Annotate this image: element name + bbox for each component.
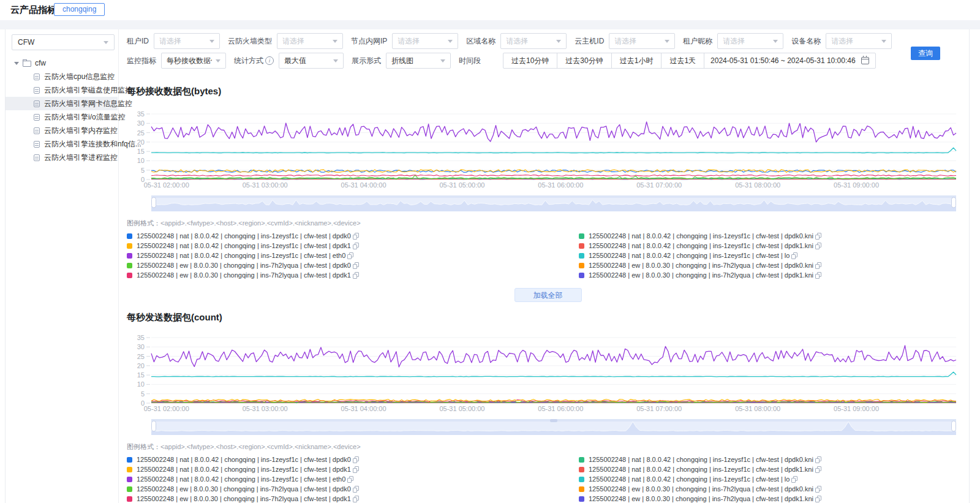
chevron-down-icon xyxy=(104,41,108,44)
copy-icon[interactable] xyxy=(815,466,821,473)
svg-text:30: 30 xyxy=(137,119,145,127)
series-swatch xyxy=(579,253,584,259)
tree-item-memory-monitor[interactable]: 云防火墙引擎内存监控 xyxy=(6,124,118,137)
legend-item[interactable]: 1255002248 | ew | 8.0.0.30 | chongqing |… xyxy=(127,494,579,503)
legend-item[interactable]: 1255002248 | nat | 8.0.0.42 | chongqing … xyxy=(127,241,579,251)
series-swatch xyxy=(579,457,584,463)
legend-item[interactable]: 1255002248 | nat | 8.0.0.42 | chongqing … xyxy=(127,455,579,464)
svg-text:05-31 02:00:00: 05-31 02:00:00 xyxy=(144,405,189,412)
tenant-nickname-select[interactable]: 请选择 xyxy=(717,33,783,49)
tenant-id-select[interactable]: 请选择 xyxy=(154,33,220,49)
legend-item[interactable]: 1255002248 | ew | 8.0.0.30 | chongqing |… xyxy=(127,260,579,270)
copy-icon[interactable] xyxy=(353,466,359,473)
legend-item[interactable]: 1255002248 | nat | 8.0.0.42 | chongqing … xyxy=(579,474,821,484)
copy-icon[interactable] xyxy=(353,243,359,249)
received-packets-line-chart[interactable]: 0510152025303505-31 02:00:0005-31 03:00:… xyxy=(127,107,960,189)
copy-icon[interactable] xyxy=(353,456,359,463)
legend-item[interactable]: 1255002248 | ew | 8.0.0.30 | chongqing |… xyxy=(579,270,821,280)
copy-icon[interactable] xyxy=(791,476,797,483)
copy-icon[interactable] xyxy=(353,486,359,493)
load-all-button[interactable]: 加载全部 xyxy=(514,288,582,302)
series-swatch xyxy=(579,496,584,502)
copy-icon[interactable] xyxy=(815,486,821,493)
svg-text:05-31 04:00:00: 05-31 04:00:00 xyxy=(341,405,386,412)
svg-text:05-31 06:00:00: 05-31 06:00:00 xyxy=(538,181,583,189)
legend-item[interactable]: 1255002248 | nat | 8.0.0.42 | chongqing … xyxy=(579,251,821,260)
cvm-id-select[interactable]: 请选择 xyxy=(609,33,675,49)
legend-item[interactable]: 1255002248 | nat | 8.0.0.42 | chongqing … xyxy=(579,241,821,251)
stat-method-select[interactable]: 最大值 xyxy=(279,53,344,69)
copy-icon[interactable] xyxy=(347,252,353,259)
query-button[interactable]: 查询 xyxy=(911,47,940,60)
legend-item[interactable]: 1255002248 | ew | 8.0.0.30 | chongqing |… xyxy=(579,484,821,494)
tree-item-nic-monitor[interactable]: 云防火墙引擎网卡信息监控 xyxy=(6,97,118,110)
time-button-last-1h[interactable]: 过去1小时 xyxy=(612,53,662,68)
chevron-down-icon xyxy=(333,40,337,43)
legend-item[interactable]: 1255002248 | nat | 8.0.0.42 | chongqing … xyxy=(579,455,821,464)
filter-label: 监控指标 xyxy=(127,56,156,66)
series-swatch xyxy=(127,243,132,249)
copy-icon[interactable] xyxy=(353,496,359,502)
region-name-select[interactable]: 请选择 xyxy=(500,33,567,49)
copy-icon[interactable] xyxy=(815,272,821,279)
product-select[interactable]: CFW xyxy=(12,34,115,50)
select-placeholder: 请选择 xyxy=(614,36,636,47)
legend-item[interactable]: 1255002248 | nat | 8.0.0.42 | chongqing … xyxy=(579,231,821,241)
copy-icon[interactable] xyxy=(815,233,821,240)
filter-label: 区域名称 xyxy=(466,36,496,47)
node-ip-select[interactable]: 请选择 xyxy=(392,33,458,49)
tree-item-conn-nfq-monitor[interactable]: 云防火墙引擎连接数和nfq信... xyxy=(6,137,118,151)
display-form-select[interactable]: 折线图 xyxy=(386,53,451,69)
tree-item-process-monitor[interactable]: 云防火墙引擎进程监控 xyxy=(6,151,118,164)
legend-label: 1255002248 | nat | 8.0.0.42 | chongqing … xyxy=(137,466,351,473)
svg-text:05-31 08:00:00: 05-31 08:00:00 xyxy=(735,405,780,412)
svg-text:25: 25 xyxy=(137,353,145,360)
time-button-last-10min[interactable]: 过去10分钟 xyxy=(503,53,557,68)
time-button-last-30min[interactable]: 过去30分钟 xyxy=(557,53,611,68)
copy-icon[interactable] xyxy=(353,233,359,240)
sent-chart-brush[interactable] xyxy=(151,418,956,435)
legend-item[interactable]: 1255002248 | nat | 8.0.0.42 | chongqing … xyxy=(127,474,579,484)
info-icon[interactable] xyxy=(265,56,274,65)
fw-type-select[interactable]: 请选择 xyxy=(277,33,343,49)
copy-icon[interactable] xyxy=(815,496,821,502)
tree-item-io-monitor[interactable]: 云防火墙引擎i/o流量监控 xyxy=(6,110,118,124)
chevron-down-icon xyxy=(556,40,561,43)
copy-icon[interactable] xyxy=(815,243,821,249)
legend-label: 1255002248 | ew | 8.0.0.30 | chongqing |… xyxy=(589,271,813,279)
tree-item-disk-monitor[interactable]: 云防火墙引擎磁盘使用监控 xyxy=(6,83,118,97)
product-select-value: CFW xyxy=(18,38,34,47)
chevron-down-icon xyxy=(440,59,445,62)
copy-icon[interactable] xyxy=(353,272,359,279)
legend-column-left: 1255002248 | nat | 8.0.0.42 | chongqing … xyxy=(127,455,579,503)
metric-select[interactable]: 每秒接收数据包, 每秒: xyxy=(161,53,226,69)
series-swatch xyxy=(127,496,132,502)
copy-icon[interactable] xyxy=(791,252,797,259)
sent-packets-line-chart[interactable]: 0510152025303505-31 02:00:0005-31 03:00:… xyxy=(127,331,960,413)
select-placeholder: 请选择 xyxy=(282,36,304,47)
legend-item[interactable]: 1255002248 | ew | 8.0.0.30 | chongqing |… xyxy=(579,494,821,503)
legend-item[interactable]: 1255002248 | nat | 8.0.0.42 | chongqing … xyxy=(127,231,579,241)
region-tag-chongqing[interactable]: chongqing xyxy=(54,3,105,16)
copy-icon[interactable] xyxy=(815,262,821,269)
legend-item[interactable]: 1255002248 | ew | 8.0.0.30 | chongqing |… xyxy=(579,260,821,270)
time-button-last-1d[interactable]: 过去1天 xyxy=(662,53,704,68)
legend-item[interactable]: 1255002248 | ew | 8.0.0.30 | chongqing |… xyxy=(127,484,579,494)
svg-text:5: 5 xyxy=(141,167,145,174)
document-icon xyxy=(34,114,40,121)
date-range-picker[interactable]: 2024-05-31 01:50:46 ~ 2024-05-31 10:00:4… xyxy=(704,53,875,68)
received-chart-brush[interactable] xyxy=(151,194,956,211)
select-placeholder: 请选择 xyxy=(831,36,853,47)
tree-folder-cfw[interactable]: cfw xyxy=(6,56,118,70)
legend-item[interactable]: 1255002248 | nat | 8.0.0.42 | chongqing … xyxy=(127,464,579,474)
legend-item[interactable]: 1255002248 | nat | 8.0.0.42 | chongqing … xyxy=(579,464,821,474)
legend-item[interactable]: 1255002248 | nat | 8.0.0.42 | chongqing … xyxy=(127,251,579,260)
legend-label: 1255002248 | nat | 8.0.0.42 | chongqing … xyxy=(589,242,813,249)
copy-icon[interactable] xyxy=(815,456,821,463)
copy-icon[interactable] xyxy=(347,476,353,483)
tree-item-cpu-monitor[interactable]: 云防火墙cpu信息监控 xyxy=(6,70,118,83)
legend-item[interactable]: 1255002248 | ew | 8.0.0.30 | chongqing |… xyxy=(127,270,579,280)
copy-icon[interactable] xyxy=(353,262,359,269)
device-name-select[interactable]: 请选择 xyxy=(826,33,892,49)
filter-device-name: 设备名称 请选择 xyxy=(791,33,892,49)
